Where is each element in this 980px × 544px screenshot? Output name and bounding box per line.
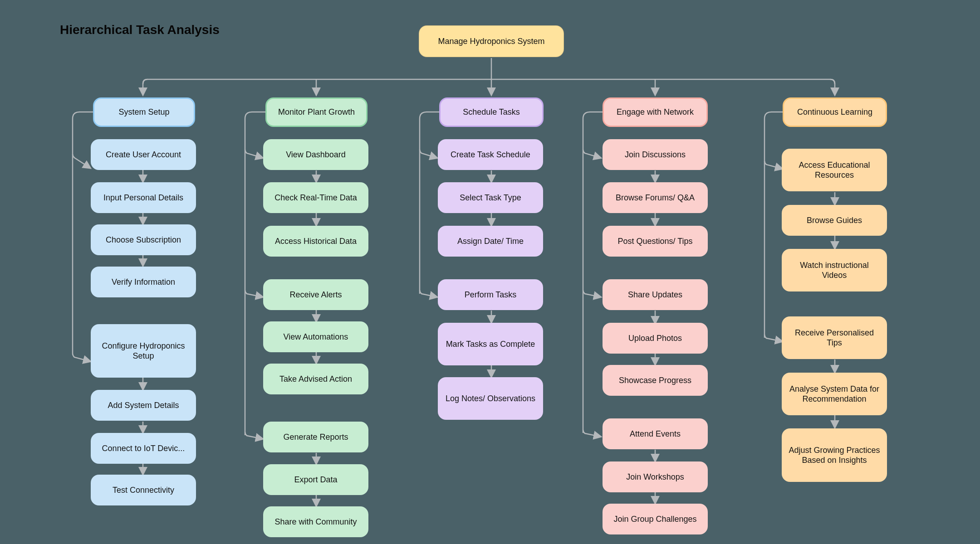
node-configure-setup: Configure Hydroponics Setup [91, 324, 196, 378]
page-title: Hierarchical Task Analysis [60, 23, 220, 37]
node-check-realtime: Check Real-Time Data [263, 182, 368, 213]
node-join-discussions: Join Discussions [603, 139, 708, 170]
cat-continuous-learning: Continuous Learning [783, 97, 887, 127]
cat-monitor-growth: Monitor Plant Growth [265, 97, 368, 127]
node-post-questions: Post Questions/ Tips [603, 226, 708, 257]
node-generate-reports: Generate Reports [263, 422, 368, 452]
node-create-schedule: Create Task Schedule [438, 139, 543, 170]
node-receive-alerts: Receive Alerts [263, 279, 368, 310]
node-analyse-data: Analyse System Data for Recommendation [782, 373, 887, 415]
node-input-details: Input Personal Details [91, 182, 196, 213]
node-browse-forums: Browse Forums/ Q&A [603, 182, 708, 213]
node-export-data: Export Data [263, 464, 368, 495]
node-connect-iot: Connect to IoT Devic... [91, 433, 196, 464]
node-join-workshops: Join Workshops [603, 461, 708, 492]
cat-system-setup: System Setup [93, 97, 195, 127]
node-choose-subscription: Choose Subscription [91, 224, 196, 255]
node-assign-datetime: Assign Date/ Time [438, 226, 543, 257]
node-mark-complete: Mark Tasks as Complete [438, 323, 543, 365]
node-verify-info: Verify Information [91, 267, 196, 297]
node-view-dashboard: View Dashboard [263, 139, 368, 170]
node-join-challenges: Join Group Challenges [603, 504, 708, 534]
node-watch-videos: Watch instructional Videos [782, 249, 887, 291]
node-attend-events: Attend Events [603, 418, 708, 449]
node-perform-tasks: Perform Tasks [438, 279, 543, 310]
node-access-resources: Access Educational Resources [782, 149, 887, 191]
node-access-historical: Access Historical Data [263, 226, 368, 257]
node-select-task-type: Select Task Type [438, 182, 543, 213]
node-view-automations: View Automations [263, 321, 368, 352]
node-take-action: Take Advised Action [263, 364, 368, 394]
node-adjust-practices: Adjust Growing Practices Based on Insigh… [782, 428, 887, 482]
node-share-community: Share with Community [263, 506, 368, 537]
node-share-updates: Share Updates [603, 279, 708, 310]
node-browse-guides: Browse Guides [782, 205, 887, 236]
cat-schedule-tasks: Schedule Tasks [439, 97, 544, 127]
node-create-account: Create User Account [91, 139, 196, 170]
cat-engage-network: Engage with Network [603, 97, 708, 127]
node-add-system-details: Add System Details [91, 390, 196, 421]
node-upload-photos: Upload Photos [603, 323, 708, 354]
node-showcase-progress: Showcase Progress [603, 365, 708, 396]
node-test-connectivity: Test Connectivity [91, 475, 196, 505]
node-log-notes: Log Notes/ Observations [438, 377, 543, 420]
root-node: Manage Hydroponics System [419, 25, 564, 57]
node-receive-tips: Receive Personalised Tips [782, 316, 887, 359]
